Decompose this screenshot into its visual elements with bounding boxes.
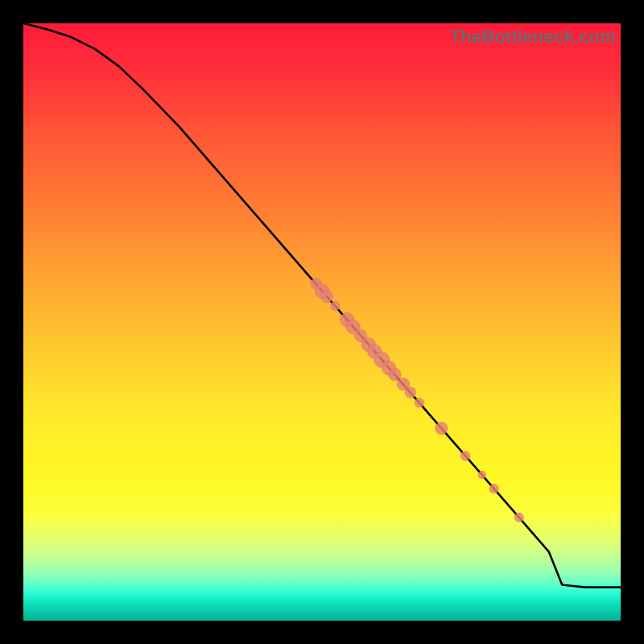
data-point [367,344,382,358]
chart-stage: TheBottleneck.com [0,0,644,644]
curve-layer [23,23,621,621]
data-point [311,279,322,290]
data-point [361,337,376,352]
data-point [330,301,340,311]
data-point [415,398,424,407]
data-point [405,387,416,398]
data-point [460,451,470,460]
main-curve [23,23,621,587]
data-point [489,484,499,493]
data-point [435,422,448,435]
data-point [374,352,390,368]
plot-area: TheBottleneck.com [23,23,621,621]
data-point [397,378,410,390]
data-point [315,283,329,298]
data-point [340,312,354,327]
data-point [382,361,396,375]
data-point [354,329,367,342]
watermark-label: TheBottleneck.com [450,27,616,47]
data-point [478,471,486,479]
data-point [389,368,402,381]
points-layer [23,23,621,621]
data-point [514,513,524,522]
data-point [346,320,361,334]
data-point [320,290,333,303]
